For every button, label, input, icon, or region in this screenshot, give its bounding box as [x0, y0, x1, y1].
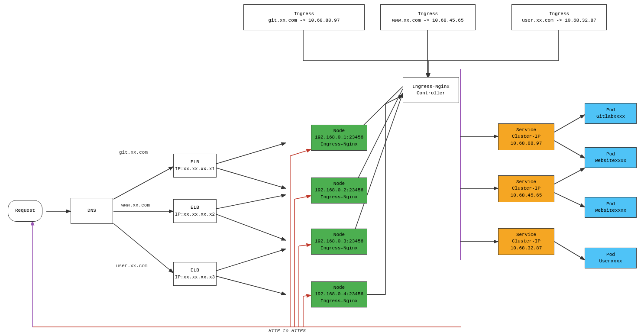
pod3-box: PodWebsitexxxx [585, 197, 637, 218]
svg-line-21 [351, 93, 403, 242]
svg-line-18 [303, 295, 311, 296]
diagram-container: Request DNS git.xx.com www.xx.com user.x… [0, 0, 644, 336]
svg-line-7 [217, 214, 286, 240]
ingress2-box: Ingresswww.xx.com -> 10.68.45.65 [380, 4, 476, 30]
dns-label: DNS [87, 207, 96, 214]
ingress-nginx-controller: Ingress-NginxController [403, 77, 459, 103]
svg-line-4 [217, 143, 286, 164]
svg-line-8 [217, 249, 286, 271]
pod4-box: PodUserxxxx [585, 248, 637, 268]
svg-line-6 [217, 195, 286, 209]
svg-line-28 [554, 141, 585, 158]
svg-line-5 [217, 168, 286, 188]
svc3-box: ServiceCluster-IP10.68.32.87 [498, 228, 554, 255]
pod1-box: PodGitlabxxxx [585, 103, 637, 124]
svg-line-9 [217, 276, 286, 294]
svc1-box: ServiceCluster-IP10.68.88.97 [498, 123, 554, 150]
git-label: git.xx.com [119, 150, 148, 155]
pod2-box: PodWebsitexxxx [585, 147, 637, 168]
svg-line-29 [554, 168, 585, 184]
request-label: Request [15, 207, 35, 214]
svg-line-12 [290, 149, 311, 156]
elb1-box: ELBIP:xx.xx.xx.x1 [173, 154, 217, 178]
svg-line-31 [554, 242, 585, 260]
request-box: Request [8, 200, 42, 222]
elb3-box: ELBIP:xx.xx.xx.x3 [173, 262, 217, 286]
ingress3-box: Ingressuser.xx.com -> 10.68.32.87 [511, 4, 607, 30]
http-https-label: HTTP to HTTPS [269, 328, 306, 333]
node4-box: Node192.168.0.4:23456Ingress-Nginx [311, 281, 367, 307]
ingress1-box: Ingressgit.xx.com -> 10.68.88.97 [243, 4, 365, 30]
svg-line-16 [299, 245, 311, 246]
svc2-box: ServiceCluster-IP10.68.45.65 [498, 175, 554, 202]
elb2-box: ELBIP:xx.xx.xx.x2 [173, 199, 217, 223]
user-label: user.xx.com [116, 263, 148, 268]
svg-line-14 [294, 196, 311, 199]
node1-box: Node192.168.0.1:23456Ingress-Nginx [311, 125, 367, 151]
dns-box: DNS [71, 198, 113, 224]
www-label: www.xx.com [121, 203, 150, 208]
node3-box: Node192.168.0.3:23456Ingress-Nginx [311, 229, 367, 255]
node2-box: Node192.168.0.2:23456Ingress-Nginx [311, 178, 367, 204]
svg-line-30 [554, 193, 585, 207]
svg-line-27 [554, 115, 585, 132]
svg-line-1 [113, 167, 173, 199]
